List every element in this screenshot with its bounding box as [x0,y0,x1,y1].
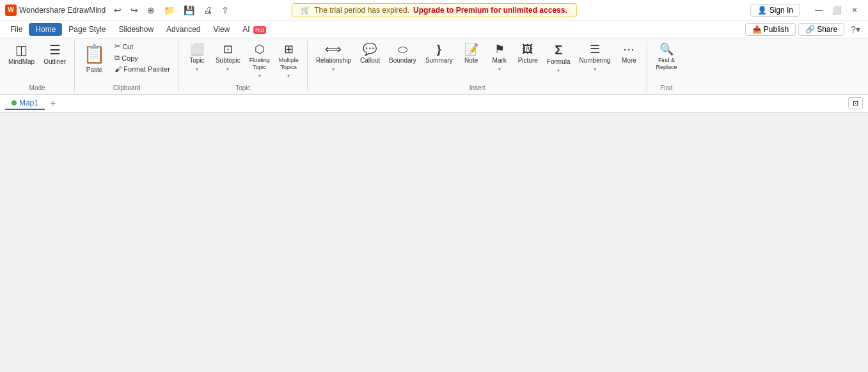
format-painter-button[interactable]: 🖌 Format Painter [111,64,173,74]
picture-button[interactable]: 🖼 Picture [515,41,541,67]
formula-button[interactable]: Σ Formula ▾ [544,41,574,76]
help-button[interactable]: ?▾ [847,23,864,36]
menu-bar: File Home Page Style Slideshow Advanced … [0,20,868,38]
undo-button[interactable]: ↩ [111,4,125,17]
open-button[interactable]: 📁 [161,4,178,17]
tab-map1-label: Map1 [19,98,38,107]
subtopic-label: Subtopic [216,57,241,65]
subtopic-button[interactable]: ⊡ Subtopic ▾ [212,41,244,75]
trial-text: The trial period has expired. [314,6,409,15]
relationship-icon: ⟺ [325,43,342,55]
logo-icon: W [5,4,17,16]
cut-button[interactable]: ✂ Cut [111,41,173,52]
mark-label: Mark [493,57,507,65]
subtopic-icon: ⊡ [223,43,233,55]
numbering-dropdown-arrow: ▾ [594,66,596,72]
relationship-label: Relationship [316,57,351,65]
menu-home[interactable]: Home [29,23,62,36]
save-button[interactable]: 💾 [180,4,198,17]
menu-file[interactable]: File [4,23,29,36]
export-button[interactable]: ⇧ [218,4,232,17]
mindmap-icon: ◫ [15,43,28,56]
formula-icon: Σ [555,43,562,56]
outliner-label: Outliner [43,58,66,66]
menu-right: 📤 Publish 🔗 Share ?▾ [745,23,864,36]
print-button[interactable]: 🖨 [200,4,216,17]
floating-topic-label: FloatingTopic [249,57,270,71]
title-bar-right: 👤 Sign In — ⬜ ✕ [750,4,863,17]
share-label: Share [817,25,837,34]
format-painter-icon: 🖌 [114,65,122,73]
note-button[interactable]: 📝 Note [459,41,484,67]
trial-banner: 🛒 The trial period has expired. Upgrade … [291,3,576,17]
tab-map1[interactable]: Map1 [5,97,45,110]
ribbon: ◫ MindMap ☰ Outliner Mode 📋 Paste ✂ Cut [0,38,868,95]
relationship-button[interactable]: ⟺ Relationship ▾ [313,41,354,75]
outliner-button[interactable]: ☰ Outliner [40,41,69,68]
tab-add-button[interactable]: + [47,98,58,109]
ribbon-group-find: 🔍 Find &Replace Find [647,41,685,91]
topic-button[interactable]: ⬜ Topic ▾ [184,41,210,75]
menu-advanced[interactable]: Advanced [160,23,207,36]
share-icon: 🔗 [805,25,815,34]
numbering-label: Numbering [579,57,610,65]
cut-icon: ✂ [114,42,120,50]
menu-slideshow[interactable]: Slideshow [112,23,160,36]
mark-button[interactable]: ⚑ Mark ▾ [487,41,512,75]
floating-topic-dropdown-arrow: ▾ [258,73,261,79]
upgrade-text[interactable]: Upgrade to Premium for unlimited access. [413,6,567,15]
publish-button[interactable]: 📤 Publish [745,23,796,36]
boundary-button[interactable]: ⬭ Boundary [386,41,420,67]
new-button[interactable]: ⊕ [144,4,158,17]
subtopic-dropdown-arrow: ▾ [226,66,229,72]
copy-label: Copy [122,54,138,62]
more-insert-button[interactable]: ⋯ More [616,41,642,67]
close-button[interactable]: ✕ [846,4,863,16]
summary-button[interactable]: } Summary [422,41,456,67]
signin-button[interactable]: 👤 Sign In [750,4,800,17]
restore-button[interactable]: ⬜ [828,4,845,16]
topic-dropdown-arrow: ▾ [196,66,198,72]
cart-icon: 🛒 [301,6,310,15]
title-bar-controls: ↩ ↪ ⊕ 📁 💾 🖨 ⇧ [111,4,232,17]
paste-button[interactable]: 📋 Paste [80,41,109,76]
summary-icon: } [437,43,441,55]
find-group-label: Find [660,82,672,91]
note-icon: 📝 [464,43,478,55]
picture-label: Picture [518,57,538,65]
signin-label: Sign In [769,6,793,15]
app-title: Wondershare EdrawMind [19,6,106,15]
find-replace-button[interactable]: 🔍 Find &Replace [652,41,680,74]
find-items: 🔍 Find &Replace [652,41,680,82]
ai-hot-badge: Hot [253,26,266,34]
mark-dropdown-arrow: ▾ [498,66,501,72]
mindmap-button[interactable]: ◫ MindMap [5,41,38,68]
canvas-collapse-button[interactable]: ⊡ [848,97,863,109]
outliner-icon: ☰ [49,43,61,56]
cut-label: Cut [122,43,133,50]
redo-button[interactable]: ↪ [127,4,141,17]
publish-label: Publish [764,25,789,34]
callout-icon: 💬 [363,43,377,55]
numbering-icon: ☰ [590,43,600,55]
menu-view[interactable]: View [207,23,236,36]
callout-button[interactable]: 💬 Callout [357,41,383,67]
user-icon: 👤 [757,6,767,15]
floating-topic-button[interactable]: ⬡ FloatingTopic ▾ [246,41,273,81]
multiple-topics-button[interactable]: ⊞ MultipleTopics ▾ [276,41,302,81]
topic-items: ⬜ Topic ▾ ⊡ Subtopic ▾ ⬡ FloatingTopic ▾… [184,41,302,82]
multiple-topics-label: MultipleTopics [279,57,299,71]
find-replace-label: Find &Replace [656,57,677,71]
minimize-button[interactable]: — [810,4,827,16]
numbering-button[interactable]: ☰ Numbering ▾ [576,41,613,75]
floating-topic-icon: ⬡ [255,43,265,55]
menu-page-style[interactable]: Page Style [62,23,112,36]
menu-ai[interactable]: AI Hot [236,23,272,36]
app-logo: W Wondershare EdrawMind [5,4,106,16]
mode-items: ◫ MindMap ☰ Outliner [5,41,69,82]
boundary-icon: ⬭ [398,43,407,55]
topic-icon: ⬜ [190,43,204,55]
clipboard-items: 📋 Paste ✂ Cut ⧉ Copy 🖌 Format Painter [80,41,173,82]
copy-button[interactable]: ⧉ Copy [111,52,173,63]
share-button[interactable]: 🔗 Share [798,23,844,36]
